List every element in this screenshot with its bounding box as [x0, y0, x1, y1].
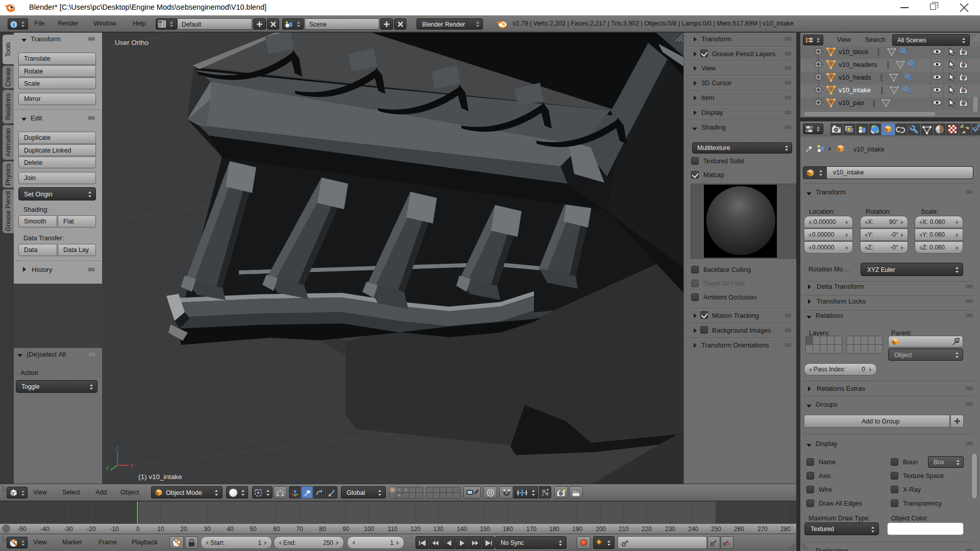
svg-text:x: x — [131, 463, 133, 468]
svg-text:y: y — [106, 465, 109, 470]
svg-text:v10_intake: v10_intake — [839, 86, 871, 94]
svg-text:20: 20 — [180, 525, 187, 533]
svg-text:40: 40 — [227, 525, 234, 533]
svg-text:(1) v10_intake: (1) v10_intake — [138, 473, 182, 481]
svg-text:-30: -30 — [64, 525, 73, 533]
svg-text:30: 30 — [204, 525, 211, 533]
svg-text:i: i — [13, 21, 14, 28]
svg-text:0: 0 — [136, 525, 140, 533]
svg-text:130: 130 — [433, 525, 444, 533]
svg-text:90: 90 — [342, 525, 350, 533]
svg-text:z: z — [116, 445, 118, 451]
svg-text:100: 100 — [364, 525, 374, 533]
svg-text:260: 260 — [734, 525, 744, 533]
svg-text:250: 250 — [711, 525, 721, 533]
svg-text:10: 10 — [157, 525, 164, 533]
svg-text:230: 230 — [665, 525, 675, 533]
svg-text:220: 220 — [642, 525, 652, 533]
svg-text:-20: -20 — [87, 525, 96, 533]
svg-text:210: 210 — [619, 525, 629, 533]
svg-text:200: 200 — [596, 525, 606, 533]
svg-text:180: 180 — [549, 525, 559, 533]
svg-text:v10_pan: v10_pan — [839, 99, 864, 107]
svg-text:240: 240 — [688, 525, 698, 533]
svg-text:70: 70 — [296, 525, 303, 533]
svg-text:v10_heads: v10_heads — [839, 73, 871, 81]
svg-text:-10: -10 — [110, 525, 119, 533]
svg-text:50: 50 — [250, 525, 257, 533]
svg-text:150: 150 — [480, 525, 490, 533]
svg-text:-40: -40 — [40, 525, 50, 533]
svg-text:-50: -50 — [17, 525, 27, 533]
svg-text:v10_block: v10_block — [839, 48, 869, 56]
svg-text:120: 120 — [410, 525, 421, 533]
svg-text:140: 140 — [457, 525, 467, 533]
svg-text:60: 60 — [273, 525, 280, 533]
svg-text:280: 280 — [780, 525, 791, 533]
svg-text:80: 80 — [319, 525, 326, 533]
svg-text:v10_headers: v10_headers — [839, 61, 877, 68]
svg-text:110: 110 — [387, 525, 397, 533]
svg-text:170: 170 — [526, 525, 536, 533]
svg-text:160: 160 — [503, 525, 513, 533]
svg-text:190: 190 — [572, 525, 582, 533]
svg-text:270: 270 — [757, 525, 768, 533]
svg-text:User Ortho: User Ortho — [115, 39, 149, 46]
